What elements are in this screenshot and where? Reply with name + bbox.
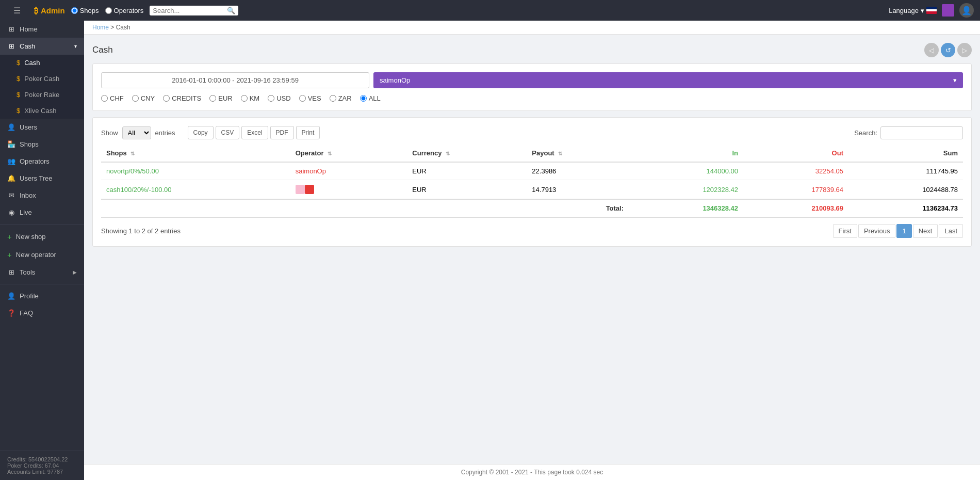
faq-icon: ❓ [7,309,15,317]
sidebar-item-cash[interactable]: ⊞ Cash ▾ [0,38,84,55]
dollar-icon-poker-rake: $ [17,91,20,99]
currency-chf-radio[interactable] [101,95,108,102]
sort-currency-icon[interactable]: ⇅ [446,151,450,156]
cell-shop-2: cash100/20%/-100.00 [101,180,290,200]
profile-icon: 👤 [7,292,15,300]
breadcrumb: Home > Cash [84,21,980,35]
page-last-button[interactable]: Last [939,224,963,238]
sidebar-item-live[interactable]: ◉ Live [0,204,84,221]
nav-shops-label[interactable]: Shops [71,7,99,14]
menu-toggle[interactable]: ☰ [6,1,28,21]
page-next-button[interactable]: Next [913,224,938,238]
footer: Copyright © 2001 - 2021 - This page took… [84,464,980,480]
currency-ves-label[interactable]: VES [299,94,321,102]
pdf-button[interactable]: PDF [270,126,294,139]
sidebar-item-inbox[interactable]: ✉ Inbox [0,187,84,204]
sidebar-item-poker-rake[interactable]: $ Poker Rake [0,87,84,103]
page-action-btn-3[interactable]: ▷ [957,43,972,57]
currency-zar-radio[interactable] [330,95,336,102]
cash-arrow-icon: ▾ [74,43,77,49]
copy-button[interactable]: Copy [188,126,214,139]
currency-ves-radio[interactable] [299,95,306,102]
chevron-down-icon: ▾ [921,7,924,14]
print-button[interactable]: Print [296,126,320,139]
search-input[interactable] [153,7,225,14]
language-button[interactable]: Language ▾ [889,7,937,14]
currency-all-label[interactable]: ALL [360,94,381,102]
currency-chf-label[interactable]: CHF [101,94,124,102]
page-first-button[interactable]: First [833,224,857,238]
cell-total-out: 210093.69 [743,199,848,217]
sort-operator-icon[interactable]: ⇅ [328,151,332,156]
cell-total-label: Total: [101,199,629,217]
sidebar-item-faq[interactable]: ❓ FAQ [0,305,84,322]
currency-usd-label[interactable]: USD [268,94,290,102]
sidebar-action-new-operator[interactable]: + New operator [0,246,84,264]
sidebar-item-profile[interactable]: 👤 Profile [0,287,84,305]
nav-shops-radio[interactable] [71,7,78,14]
currency-cny-radio[interactable] [132,95,139,102]
main-content: Cash ◁ ↺ ▷ saimonOp ▾ [84,35,980,464]
sidebar-item-users[interactable]: 👤 Users [0,119,84,136]
data-table: Shops ⇅ Operator ⇅ Currency ⇅ Payout ⇅ [101,145,963,218]
breadcrumb-current: Cash [116,24,130,31]
sidebar-action-new-shop[interactable]: + New shop [0,228,84,246]
sidebar-item-poker-cash[interactable]: $ Poker Cash [0,71,84,87]
entries-select[interactable]: All 10 25 50 100 [122,126,151,139]
operator-select-button[interactable]: saimonOp ▾ [373,72,963,88]
sidebar-item-home[interactable]: ⊞ Home [0,21,84,38]
top-search-bar: 🔍 [150,6,238,15]
app-logo: ₿ Admin [34,6,65,15]
page-header: Cash ◁ ↺ ▷ [92,43,972,57]
operator-select-value: saimonOp [380,76,410,84]
page-action-btn-2[interactable]: ↺ [941,43,955,57]
sort-shops-icon[interactable]: ⇅ [130,151,135,156]
users-icon: 👤 [7,123,15,131]
currency-eur-radio[interactable] [209,95,216,102]
page-action-btn-1[interactable]: ◁ [924,43,939,57]
page-1-button[interactable]: 1 [896,224,911,238]
currency-usd-radio[interactable] [268,95,274,102]
excel-button[interactable]: Excel [241,126,268,139]
credits-text: Credits: 5540022504.22 [7,456,77,462]
shop-link-1[interactable]: novortp/0%/50.00 [106,167,159,175]
sidebar-label-poker-cash: Poker Cash [24,75,59,83]
table-search-input[interactable] [880,126,963,139]
date-range-input[interactable] [101,72,369,88]
cash-icon: ⊞ [7,42,15,50]
currency-credits-radio[interactable] [163,95,170,102]
sidebar-item-operators[interactable]: 👥 Operators [0,153,84,170]
sidebar-item-tools[interactable]: ⊞ Tools ▶ [0,264,84,281]
currency-eur-label[interactable]: EUR [209,94,232,102]
cell-out-1: 32254.05 [743,162,848,180]
sidebar-item-xlive-cash[interactable]: $ Xlive Cash [0,103,84,119]
page-previous-button[interactable]: Previous [858,224,896,238]
cell-operator-1: saimonOp [290,162,407,180]
sidebar-item-cash-sub[interactable]: $ Cash [0,55,84,71]
inbox-icon: ✉ [7,191,15,199]
currency-all-radio[interactable] [360,95,367,102]
currency-cny-label[interactable]: CNY [132,94,155,102]
csv-button[interactable]: CSV [216,126,240,139]
sidebar-divider-2 [0,284,84,284]
sidebar-item-shops[interactable]: 🏪 Shops [0,136,84,153]
currency-km-radio[interactable] [241,95,248,102]
sort-payout-icon[interactable]: ⇅ [558,151,562,156]
currency-credits-label[interactable]: CREDITS [163,94,201,102]
page-actions: ◁ ↺ ▷ [924,43,972,57]
nav-operators-text: Operators [114,7,144,14]
breadcrumb-separator: > [110,24,116,31]
breadcrumb-home[interactable]: Home [92,24,109,31]
sidebar-label-cash: Cash [20,42,35,50]
user-avatar[interactable]: 👤 [959,3,974,18]
logo-text: Admin [41,6,65,15]
pagination-info: Showing 1 to 2 of 2 entries [101,227,181,235]
col-operator: Operator ⇅ [290,145,407,162]
currency-zar-label[interactable]: ZAR [330,94,352,102]
shop-link-2[interactable]: cash100/20%/-100.00 [106,186,171,194]
currency-km-label[interactable]: KM [241,94,260,102]
nav-operators-label[interactable]: Operators [105,7,144,14]
nav-operators-radio[interactable] [105,7,112,14]
sidebar-item-users-tree[interactable]: 🔔 Users Tree [0,170,84,187]
shops-icon: 🏪 [7,140,15,148]
